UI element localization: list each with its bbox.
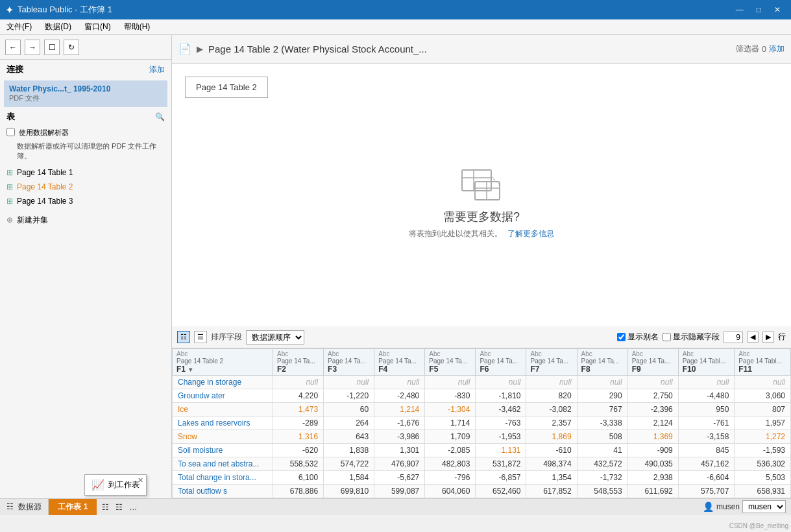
forward-button[interactable]: →: [25, 40, 40, 55]
cell-f8: -1,732: [577, 471, 627, 485]
back-button[interactable]: ←: [5, 40, 21, 55]
table-row: Total change in stora... 6,100 1,584 -5,…: [173, 471, 791, 485]
cell-f1: Total outflow s: [173, 485, 273, 498]
table-icon-2: ⊞: [6, 182, 13, 191]
cell-f7: 617,852: [526, 485, 577, 498]
cell-f9: -2,396: [627, 403, 678, 417]
home-button[interactable]: ☐: [44, 40, 60, 55]
filter-area: 筛选器 0 添加: [736, 43, 785, 54]
cell-f9: 2,750: [627, 389, 678, 403]
connection-type: PDF 文件: [9, 93, 162, 103]
titlebar-left: ✦ Tableau Public - 工作簿 1: [5, 4, 112, 16]
main-layout: ← → ☐ ↻ 连接 添加 Water Physic...t_ 1995-201…: [0, 35, 791, 498]
list-view-button[interactable]: ☰: [194, 331, 207, 343]
cell-f6: -3,462: [476, 403, 526, 417]
search-icon[interactable]: 🔍: [155, 112, 165, 121]
duplicate-sheet-button[interactable]: ☷: [113, 502, 125, 513]
goto-popup[interactable]: 📈 到工作表 ✕: [84, 474, 147, 496]
cell-f4: 1,301: [374, 444, 425, 457]
cell-f4: -1,676: [374, 417, 425, 430]
menu-window[interactable]: 窗口(N): [80, 20, 115, 34]
cell-f1: To sea and net abstra...: [173, 457, 273, 471]
worksheet-tab[interactable]: 工作表 1: [49, 499, 97, 515]
cell-f10: -761: [678, 417, 735, 430]
show-hidden-checkbox[interactable]: [663, 333, 671, 341]
cell-f9: null: [627, 376, 678, 389]
cell-f11: 1,957: [735, 417, 791, 430]
user-dropdown[interactable]: musen: [742, 500, 786, 513]
cell-f10: 457,162: [678, 457, 735, 471]
goto-label: 到工作表: [108, 479, 140, 490]
add-sheet-button[interactable]: ☷: [99, 502, 112, 513]
rows-prev-button[interactable]: ◀: [747, 332, 759, 343]
titlebar: ✦ Tableau Public - 工作簿 1 — □ ✕: [0, 0, 791, 19]
table-item-1[interactable]: ⊞ Page 14 Table 1: [0, 165, 171, 180]
connection-item[interactable]: Water Physic...t_ 1995-2010 PDF 文件: [4, 80, 167, 107]
filter-label: 筛选器: [736, 43, 759, 54]
sort-select[interactable]: 数据源顺序 字段名称: [246, 330, 304, 345]
goto-close-button[interactable]: ✕: [138, 476, 143, 485]
table-box[interactable]: Page 14 Table 2: [185, 77, 268, 98]
table-item-2[interactable]: ⊞ Page 14 Table 2: [0, 180, 171, 194]
cell-f5: -830: [425, 389, 476, 403]
grid-view-button[interactable]: ☷: [177, 331, 190, 343]
cell-f10: null: [678, 376, 735, 389]
tab-bar: ☷ 数据源 工作表 1 ☷ ☷ … 👤 musen musen: [0, 498, 791, 515]
more-sheets-button[interactable]: …: [127, 502, 140, 513]
need-more-data: 需要更多数据? 将表拖到此处以使其相关。 了解更多信息: [409, 163, 554, 239]
cell-f2: 678,886: [273, 485, 324, 498]
table-row: Change in storage null null null null nu…: [173, 376, 791, 389]
cell-f4: -2,480: [374, 389, 425, 403]
rows-input[interactable]: [724, 332, 743, 343]
maximize-button[interactable]: □: [751, 4, 766, 16]
cell-f5: 1,709: [425, 430, 476, 444]
col-header-f1: Abc Page 14 Table 2 F1 ▾: [173, 349, 273, 376]
datasource-tab[interactable]: ☷ 数据源: [0, 499, 49, 515]
cell-f2: null: [273, 376, 324, 389]
cell-f1: Change in storage: [173, 376, 273, 389]
parser-checkbox[interactable]: [6, 128, 15, 136]
cell-f1: Soil moisture: [173, 444, 273, 457]
learn-more-link[interactable]: 了解更多信息: [507, 229, 554, 238]
refresh-button[interactable]: ↻: [64, 40, 79, 55]
parser-note: 数据解析器或许可以清理您的 PDF 文件工作簿。: [0, 140, 171, 165]
menu-data[interactable]: 数据(D): [41, 20, 75, 34]
cell-f10: -4,480: [678, 389, 735, 403]
cell-f9: -909: [627, 444, 678, 457]
cell-f7: 1,354: [526, 471, 577, 485]
minimize-button[interactable]: —: [731, 4, 749, 16]
data-table: Abc Page 14 Table 2 F1 ▾ Abc Page 14 Ta.…: [172, 348, 791, 498]
cell-f4: 1,214: [374, 403, 425, 417]
cell-f4: null: [374, 376, 425, 389]
table-item-3[interactable]: ⊞ Page 14 Table 3: [0, 194, 171, 208]
menu-help[interactable]: 帮助(H): [120, 20, 154, 34]
new-union-button[interactable]: ⊕ 新建并集: [0, 211, 171, 230]
app-title: Tableau Public - 工作簿 1: [18, 4, 112, 16]
watermark: CSDN @Be_melting: [729, 522, 788, 529]
rows-next-button[interactable]: ▶: [762, 332, 774, 343]
show-alias-checkbox[interactable]: [617, 333, 626, 341]
col-header-f10: Abc Page 14 Tabl... F10: [678, 349, 735, 376]
cell-f6: null: [476, 376, 526, 389]
cell-f10: 845: [678, 444, 735, 457]
table-icon-1: ⊞: [6, 168, 13, 177]
close-button[interactable]: ✕: [769, 4, 786, 16]
cell-f8: null: [577, 376, 627, 389]
table-row: To sea and net abstra... 558,532 574,722…: [173, 457, 791, 471]
cell-f8: 290: [577, 389, 627, 403]
cell-f3: 1,838: [324, 444, 374, 457]
user-bar: 👤 musen musen: [698, 498, 791, 515]
table-row: Soil moisture -620 1,838 1,301 -2,085 1,…: [173, 444, 791, 457]
cell-f10: -3,158: [678, 430, 735, 444]
cell-f10: 950: [678, 403, 735, 417]
cell-f6: -1,810: [476, 389, 526, 403]
cell-f7: null: [526, 376, 577, 389]
titlebar-controls[interactable]: — □ ✕: [731, 4, 786, 16]
show-hidden-label: 显示隐藏字段: [673, 332, 720, 343]
cell-f8: 432,572: [577, 457, 627, 471]
add-filter-button[interactable]: 添加: [769, 43, 785, 54]
page-icon-arrow: ▶: [197, 44, 203, 54]
add-connection-button[interactable]: 添加: [149, 64, 165, 75]
cell-f8: 548,553: [577, 485, 627, 498]
menu-file[interactable]: 文件(F): [3, 20, 36, 34]
